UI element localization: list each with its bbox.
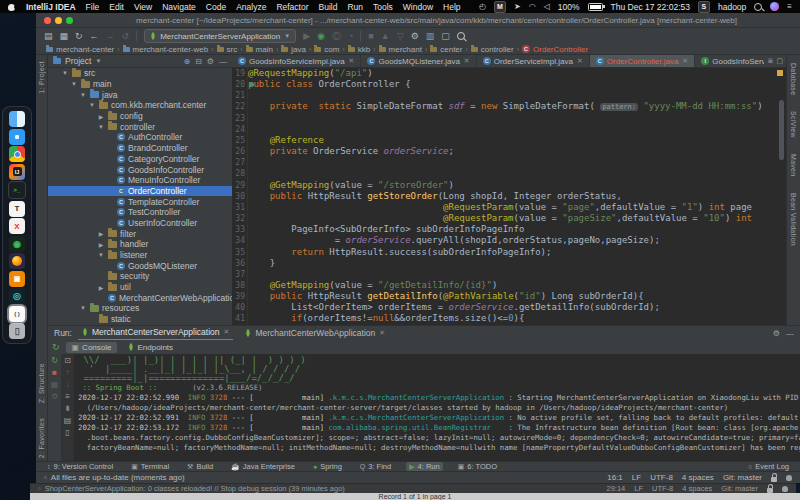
minimize-window-button[interactable] [55,17,62,24]
status-segment-29-14[interactable]: 29:14 [606,484,625,493]
editor-scrollbar[interactable] [779,100,784,160]
tree-arrow-icon[interactable]: ▶ [97,284,105,291]
tree-item-resources[interactable]: ▼resources [48,303,232,314]
coverage-icon[interactable]: Ⓒ [332,32,341,41]
readonly-lock-icon[interactable] [767,488,773,493]
settings-icon[interactable]: ⚙ [51,393,58,401]
tree-item-main[interactable]: ▼main [48,79,232,90]
subtab-console[interactable]: ▣Console [66,342,118,353]
toolwindow-button-4-run[interactable]: ▶4: Run [406,462,443,471]
menu-item-help[interactable]: Help [443,2,460,12]
toolwindow-stripe-z-structure[interactable]: Z: Structure [38,363,45,403]
toolwindow-button-java-enterprise[interactable]: ☕Java Enterprise [228,462,298,471]
menu-item-view[interactable]: View [134,2,152,12]
close-tab-icon[interactable]: ✕ [379,329,385,337]
tree-item-goodsmqlistener[interactable]: CGoodsMQListener [48,260,232,271]
inspection-indicator[interactable] [777,70,783,76]
status-segment-git-master[interactable]: Git: master [723,473,762,482]
status-segment-4-spaces[interactable]: 4 spaces [682,473,714,482]
close-tab-icon[interactable]: ✕ [349,57,355,65]
menu-item-intellij-idea[interactable]: IntelliJ IDEA [26,2,76,12]
close-tab-icon[interactable]: ✕ [224,328,230,336]
settings-icon[interactable]: ⚙ [207,57,214,66]
status-segment-16-1[interactable]: 16:1 [607,473,623,482]
battery-icon[interactable] [588,3,603,11]
scroll-end-icon[interactable]: ⇟ [64,405,71,413]
save-all-icon[interactable]: ▦ [60,32,69,41]
tree-arrow-icon[interactable]: ▼ [97,124,105,130]
breadcrumb-item-merchant-center[interactable]: merchant-center [46,45,114,54]
tree-item-handler[interactable]: ▶handler [48,239,232,250]
chevron-down-icon[interactable]: ▼ [95,58,101,64]
forward-icon[interactable]: → [106,32,115,41]
tree-arrow-icon[interactable]: ▼ [79,92,87,98]
stop-icon[interactable]: ■ [52,369,57,377]
tree-item-merchantcenterwebapplication[interactable]: CMerchantCenterWebApplication [48,292,232,303]
tree-item-util[interactable]: ▶util [48,282,232,293]
tree-item-com-kkb-merchant-center[interactable]: ▼com.kkb.merchant.center [48,100,232,111]
debug-icon[interactable]: ◉ [317,32,325,41]
wifi-icon[interactable]: ◠ [529,2,536,11]
tree-item-brandcontroller[interactable]: CBrandController [48,143,232,154]
tree-arrow-icon[interactable]: ▶ [97,230,105,237]
dump-icon[interactable]: ▦ [51,381,59,389]
close-tab-icon[interactable]: ✕ [577,57,583,65]
locate-icon[interactable]: ⊕ [183,57,190,66]
readonly-lock-icon[interactable] [771,477,777,482]
tree-item-filter[interactable]: ▶filter [48,228,232,239]
breadcrumb-item-com[interactable]: com [314,45,339,54]
control-center-icon[interactable]: ≡ [787,2,792,11]
event-log-button[interactable]: ○ Event Log [745,462,792,471]
tree-arrow-icon[interactable]: ▼ [97,252,105,258]
toolwindow-button-6-todo[interactable]: ▣6: TODO [455,462,500,471]
code-editor[interactable]: @RequestMapping("/api")public class Orde… [248,68,786,325]
editor-tab[interactable]: COrderController.java✕ [590,55,695,67]
tree-item-templatecontroller[interactable]: CTemplateController [48,196,232,207]
search-everywhere-icon[interactable] [457,32,465,40]
breadcrumb-item-controller[interactable]: controller [471,45,514,54]
rerun-icon[interactable]: ↻ [52,342,60,352]
menu-item-code[interactable]: Code [206,2,226,12]
breadcrumb-item-merchant[interactable]: merchant [379,45,422,54]
screenshot-app-icon[interactable]: S [698,1,710,13]
spotlight-search-icon[interactable] [754,3,762,11]
apple-icon[interactable] [8,3,16,11]
tree-arrow-icon[interactable]: ▼ [88,102,96,108]
menu-item-file[interactable]: File [86,2,100,12]
finder-icon[interactable] [9,111,25,127]
settings-icon[interactable]: ⚙ [773,329,780,338]
close-tab-icon[interactable]: ✕ [464,57,470,65]
undo-icon[interactable]: ↺ [122,32,130,41]
down-icon[interactable]: ↓ [66,381,70,389]
status-segment-lf[interactable]: LF [632,473,641,482]
safari-icon[interactable] [9,129,25,145]
breadcrumb-item-src[interactable]: src [217,45,238,54]
hide-icon[interactable]: — [219,57,227,66]
breadcrumb-item-main[interactable]: main [246,45,273,54]
close-tab-icon[interactable]: ✕ [682,57,688,65]
hide-icon[interactable]: — [786,329,794,338]
run-configuration-select[interactable]: MerchantCenterServerApplication ▼ [144,29,296,43]
run-icon[interactable]: ▶ [303,32,310,41]
menu-item-analyze[interactable]: Analyze [236,2,266,12]
back-icon[interactable]: ← [90,32,99,41]
status-segment-git-master[interactable]: Git: master [721,484,758,493]
window-icon[interactable]: ▢ [441,32,450,41]
breadcrumb-item-kkb[interactable]: kkb [348,45,370,54]
tree-item-config[interactable]: ▶config [48,111,232,122]
collapse-all-icon[interactable]: ⊟ [195,57,202,66]
tree-item-testcontroller[interactable]: CTestController [48,207,232,218]
typora-icon[interactable]: T [9,201,25,217]
run-tab[interactable]: MerchantCenterServerApplication✕ [78,325,233,341]
menu-item-run[interactable]: Run [347,2,363,12]
notifications-icon[interactable] [786,475,792,481]
editor-tab[interactable]: CGoodsInfoServiceImpl.java✕ [232,55,361,67]
clear-icon[interactable]: ▯ [65,429,69,437]
terminal-icon[interactable]: >_ [8,181,26,199]
up-icon[interactable]: ↑ [66,369,70,377]
menu-item-edit[interactable]: Edit [109,2,124,12]
memory-badge-icon[interactable]: M [494,1,506,13]
rerun-icon[interactable]: ↻ [51,357,58,365]
green-badge-app-icon[interactable]: ◉ [9,236,25,252]
toolwindow-stripe-sciview[interactable]: SciView [790,111,797,138]
